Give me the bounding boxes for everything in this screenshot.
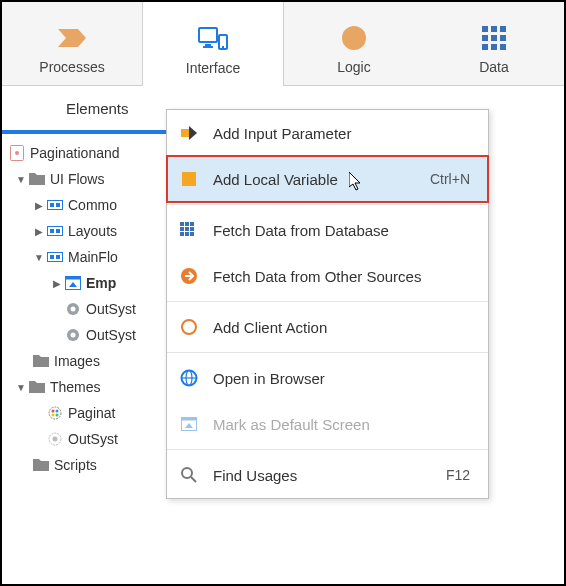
- tree-emp-label: Emp: [86, 275, 116, 291]
- fetch-other-icon: [179, 266, 199, 286]
- theme-icon: [46, 404, 64, 422]
- svg-rect-25: [50, 255, 54, 259]
- chevron-right-icon: ▶: [32, 200, 46, 211]
- interface-icon: [198, 24, 228, 54]
- browser-icon: [179, 368, 199, 388]
- menu-fetch-database[interactable]: Fetch Data from Database: [167, 207, 488, 253]
- svg-rect-26: [56, 255, 60, 259]
- svg-rect-23: [56, 229, 60, 233]
- client-action-icon: [179, 317, 199, 337]
- menu-fetch-other[interactable]: Fetch Data from Other Sources: [167, 253, 488, 299]
- menu-add-local-variable-shortcut: Ctrl+N: [430, 171, 488, 187]
- chevron-right-icon: ▶: [50, 278, 64, 289]
- svg-rect-19: [50, 203, 54, 207]
- svg-rect-48: [180, 232, 184, 236]
- menu-open-browser[interactable]: Open in Browser: [167, 355, 488, 401]
- tree-paginat-label: Paginat: [68, 405, 115, 421]
- svg-point-33: [49, 407, 61, 419]
- svg-rect-18: [48, 201, 63, 210]
- svg-point-35: [56, 410, 59, 413]
- svg-rect-24: [48, 253, 63, 262]
- menu-add-local-variable[interactable]: Add Local Variable Ctrl+N: [167, 156, 488, 202]
- theme-icon: [46, 430, 64, 448]
- svg-rect-11: [491, 35, 497, 41]
- svg-rect-43: [185, 222, 189, 226]
- svg-rect-49: [185, 232, 189, 236]
- data-icon: [479, 23, 509, 53]
- flow-icon: [46, 248, 64, 266]
- svg-rect-28: [66, 277, 81, 280]
- svg-rect-20: [56, 203, 60, 207]
- chevron-right-icon: ▶: [32, 226, 46, 237]
- chevron-down-icon: ▼: [14, 382, 28, 393]
- svg-rect-21: [48, 227, 63, 236]
- menu-add-client-action[interactable]: Add Client Action: [167, 304, 488, 350]
- search-icon: [179, 465, 199, 485]
- tree-scripts-label: Scripts: [54, 457, 97, 473]
- svg-rect-50: [190, 232, 194, 236]
- svg-rect-9: [500, 26, 506, 32]
- svg-rect-45: [180, 227, 184, 231]
- flow-icon: [46, 222, 64, 240]
- tree-outsyst3-label: OutSyst: [68, 431, 118, 447]
- tree-common-label: Commo: [68, 197, 117, 213]
- menu-find-usages[interactable]: Find Usages F12: [167, 452, 488, 498]
- menu-fetch-database-label: Fetch Data from Database: [213, 222, 488, 239]
- folder-icon: [28, 378, 46, 396]
- context-menu: Add Input Parameter Add Local Variable C…: [166, 109, 489, 499]
- database-icon: [179, 220, 199, 240]
- tree-themes-label: Themes: [50, 379, 101, 395]
- svg-marker-0: [58, 29, 86, 47]
- folder-icon: [28, 170, 46, 188]
- menu-open-browser-label: Open in Browser: [213, 370, 488, 387]
- menu-find-usages-label: Find Usages: [213, 467, 446, 484]
- svg-rect-22: [50, 229, 54, 233]
- svg-rect-7: [482, 26, 488, 32]
- menu-add-client-action-label: Add Client Action: [213, 319, 488, 336]
- svg-point-17: [15, 151, 19, 155]
- screen-icon: [64, 274, 82, 292]
- tab-data[interactable]: Data: [424, 2, 564, 85]
- tree-outsys2-label: OutSyst: [86, 327, 136, 343]
- menu-mark-default-label: Mark as Default Screen: [213, 416, 488, 433]
- svg-point-30: [71, 307, 76, 312]
- svg-rect-10: [482, 35, 488, 41]
- tab-data-label: Data: [479, 59, 509, 75]
- tab-interface[interactable]: Interface: [142, 2, 284, 86]
- input-param-icon: [179, 123, 199, 143]
- tree-outsys1-label: OutSyst: [86, 301, 136, 317]
- menu-separator: [167, 204, 488, 205]
- menu-mark-default: Mark as Default Screen: [167, 401, 488, 447]
- folder-icon: [32, 352, 50, 370]
- processes-icon: [57, 23, 87, 53]
- block-icon: [64, 300, 82, 318]
- tab-processes-label: Processes: [39, 59, 104, 75]
- tab-processes[interactable]: Processes: [2, 2, 142, 85]
- default-screen-icon: [179, 414, 199, 434]
- tree-mainflow-label: MainFlo: [68, 249, 118, 265]
- svg-rect-46: [185, 227, 189, 231]
- tab-logic-label: Logic: [337, 59, 370, 75]
- svg-rect-44: [190, 222, 194, 226]
- tree-images-label: Images: [54, 353, 100, 369]
- tab-logic[interactable]: Logic: [284, 2, 424, 85]
- svg-point-52: [182, 320, 196, 334]
- block-icon: [64, 326, 82, 344]
- svg-rect-40: [181, 129, 189, 137]
- menu-fetch-other-label: Fetch Data from Other Sources: [213, 268, 488, 285]
- chevron-down-icon: ▼: [32, 252, 46, 263]
- svg-point-32: [71, 333, 76, 338]
- svg-point-39: [53, 437, 58, 442]
- svg-point-6: [342, 26, 366, 50]
- svg-rect-5: [222, 46, 224, 48]
- svg-rect-3: [203, 46, 213, 48]
- tab-interface-label: Interface: [186, 60, 240, 76]
- svg-rect-57: [182, 418, 197, 421]
- svg-rect-14: [491, 44, 497, 50]
- svg-rect-1: [199, 28, 217, 42]
- menu-add-input-parameter-label: Add Input Parameter: [213, 125, 488, 142]
- menu-separator: [167, 301, 488, 302]
- svg-rect-15: [500, 44, 506, 50]
- menu-add-input-parameter[interactable]: Add Input Parameter: [167, 110, 488, 156]
- menu-find-usages-shortcut: F12: [446, 467, 488, 483]
